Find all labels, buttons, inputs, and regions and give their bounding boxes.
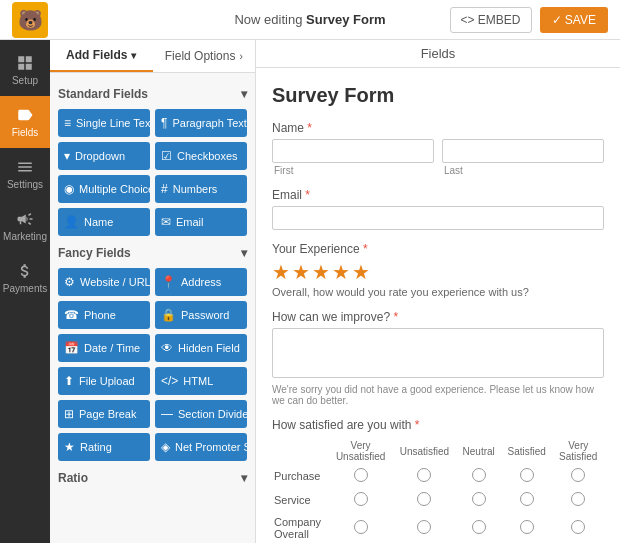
radio-company-5[interactable] bbox=[571, 520, 585, 534]
logo: 🐻 bbox=[12, 2, 48, 38]
field-btn-single-line[interactable]: ≡ Single Line Text bbox=[58, 109, 150, 137]
radio-purchase-4[interactable] bbox=[520, 468, 534, 482]
top-bar-actions: <> EMBED ✓ SAVE bbox=[450, 7, 609, 33]
name-row bbox=[272, 139, 604, 163]
radio-service-3[interactable] bbox=[472, 492, 486, 506]
satisfaction-table: VeryUnsatisfied Unsatisfied Neutral Sati… bbox=[272, 438, 604, 543]
field-btn-nps[interactable]: ◈ Net Promoter Score bbox=[155, 433, 247, 461]
ratio-fields-header: Ratio ▾ bbox=[58, 471, 247, 485]
radio-service-5[interactable] bbox=[571, 492, 585, 506]
field-btn-rating[interactable]: ★ Rating bbox=[58, 433, 150, 461]
field-btn-address[interactable]: 📍 Address bbox=[155, 268, 247, 296]
table-row: Service bbox=[272, 488, 604, 512]
form-title: Survey Form bbox=[272, 84, 604, 107]
name-last-input[interactable] bbox=[442, 139, 604, 163]
radio-company-4[interactable] bbox=[520, 520, 534, 534]
save-button[interactable]: ✓ SAVE bbox=[540, 7, 608, 33]
main-layout: Setup Fields Settings Marketing Payments… bbox=[0, 40, 620, 543]
email-input[interactable] bbox=[272, 206, 604, 230]
page-title: Now editing Survey Form bbox=[234, 12, 385, 27]
field-btn-phone[interactable]: ☎ Phone bbox=[58, 301, 150, 329]
field-btn-password[interactable]: 🔒 Password bbox=[155, 301, 247, 329]
sidebar-item-settings[interactable]: Settings bbox=[0, 148, 50, 200]
radio-purchase-5[interactable] bbox=[571, 468, 585, 482]
field-btn-paragraph[interactable]: ¶ Paragraph Text bbox=[155, 109, 247, 137]
field-btn-hidden[interactable]: 👁 Hidden Field bbox=[155, 334, 247, 362]
standard-fields-grid: ≡ Single Line Text ¶ Paragraph Text ▾ Dr… bbox=[58, 109, 247, 236]
field-btn-numbers[interactable]: # Numbers bbox=[155, 175, 247, 203]
title-prefix: Now editing bbox=[234, 12, 306, 27]
field-btn-email[interactable]: ✉ Email bbox=[155, 208, 247, 236]
sidebar-item-payments[interactable]: Payments bbox=[0, 252, 50, 304]
table-row: CompanyOverall bbox=[272, 512, 604, 543]
satisfaction-field: How satisfied are you with * VeryUnsatis… bbox=[272, 418, 604, 543]
form-preview[interactable]: Survey Form Name * First Last Email * bbox=[256, 68, 620, 543]
name-first-input[interactable] bbox=[272, 139, 434, 163]
field-btn-multiple-choice[interactable]: ◉ Multiple Choice bbox=[58, 175, 150, 203]
name-sub-labels: First Last bbox=[272, 165, 604, 176]
fancy-fields-grid: ⚙ Website / URL 📍 Address ☎ Phone 🔒 Pass… bbox=[58, 268, 247, 461]
experience-label: Your Experience * bbox=[272, 242, 604, 256]
improve-label: How can we improve? * bbox=[272, 310, 604, 324]
main-area: Fields Survey Form Name * First Last bbox=[256, 40, 620, 543]
field-btn-html[interactable]: </> HTML bbox=[155, 367, 247, 395]
fields-panel: Add Fields ▾ Field Options › Standard Fi… bbox=[50, 40, 256, 543]
field-btn-checkboxes[interactable]: ☑ Checkboxes bbox=[155, 142, 247, 170]
satisfaction-label: How satisfied are you with * bbox=[272, 418, 604, 432]
improve-field: How can we improve? * We're sorry you di… bbox=[272, 310, 604, 406]
sidebar-nav: Setup Fields Settings Marketing Payments bbox=[0, 40, 50, 543]
email-field: Email * bbox=[272, 188, 604, 230]
experience-sublabel: Overall, how would you rate you experien… bbox=[272, 286, 604, 298]
fancy-fields-header: Fancy Fields ▾ bbox=[58, 246, 247, 260]
improve-help-text: We're sorry you did not have a good expe… bbox=[272, 384, 604, 406]
table-row: Purchase bbox=[272, 464, 604, 488]
standard-fields-header: Standard Fields ▾ bbox=[58, 87, 247, 101]
radio-company-2[interactable] bbox=[417, 520, 431, 534]
improve-textarea[interactable] bbox=[272, 328, 604, 378]
radio-service-2[interactable] bbox=[417, 492, 431, 506]
satisfaction-header-row: VeryUnsatisfied Unsatisfied Neutral Sati… bbox=[272, 438, 604, 464]
field-btn-pagebreak[interactable]: ⊞ Page Break bbox=[58, 400, 150, 428]
radio-company-3[interactable] bbox=[472, 520, 486, 534]
embed-button[interactable]: <> EMBED bbox=[450, 7, 532, 33]
radio-purchase-1[interactable] bbox=[354, 468, 368, 482]
tab-add-fields[interactable]: Add Fields ▾ bbox=[50, 40, 153, 72]
email-label: Email * bbox=[272, 188, 604, 202]
fields-tabs: Add Fields ▾ Field Options › bbox=[50, 40, 255, 73]
radio-service-4[interactable] bbox=[520, 492, 534, 506]
radio-service-1[interactable] bbox=[354, 492, 368, 506]
main-header: Fields bbox=[256, 40, 620, 68]
field-btn-divider[interactable]: — Section Divider bbox=[155, 400, 247, 428]
title-bold: Survey Form bbox=[306, 12, 385, 27]
field-btn-datetime[interactable]: 📅 Date / Time bbox=[58, 334, 150, 362]
radio-company-1[interactable] bbox=[354, 520, 368, 534]
experience-field: Your Experience * ★★★★★ Overall, how wou… bbox=[272, 242, 604, 298]
field-btn-dropdown[interactable]: ▾ Dropdown bbox=[58, 142, 150, 170]
tab-field-options[interactable]: Field Options › bbox=[153, 40, 256, 72]
field-btn-website[interactable]: ⚙ Website / URL bbox=[58, 268, 150, 296]
fields-scroll[interactable]: Standard Fields ▾ ≡ Single Line Text ¶ P… bbox=[50, 73, 255, 543]
sidebar-item-setup[interactable]: Setup bbox=[0, 44, 50, 96]
top-bar: 🐻 Now editing Survey Form <> EMBED ✓ SAV… bbox=[0, 0, 620, 40]
radio-purchase-2[interactable] bbox=[417, 468, 431, 482]
sidebar-item-marketing[interactable]: Marketing bbox=[0, 200, 50, 252]
sidebar-item-fields[interactable]: Fields bbox=[0, 96, 50, 148]
name-field: Name * First Last bbox=[272, 121, 604, 176]
radio-purchase-3[interactable] bbox=[472, 468, 486, 482]
star-rating[interactable]: ★★★★★ bbox=[272, 260, 604, 284]
field-btn-name[interactable]: 👤 Name bbox=[58, 208, 150, 236]
field-btn-fileupload[interactable]: ⬆ File Upload bbox=[58, 367, 150, 395]
name-label: Name * bbox=[272, 121, 604, 135]
